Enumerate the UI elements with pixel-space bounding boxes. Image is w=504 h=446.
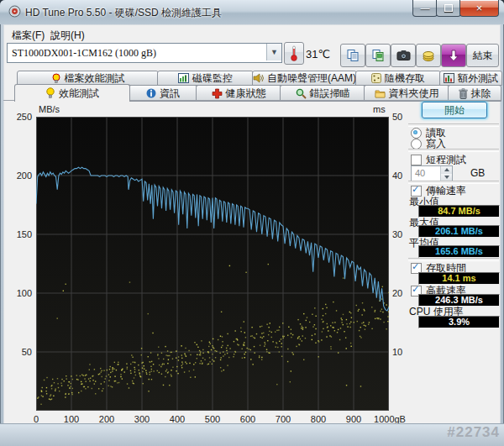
gb-unit-label: GB bbox=[470, 167, 485, 179]
monitor-chart-icon bbox=[178, 73, 189, 83]
lightbulb-icon bbox=[51, 73, 61, 84]
tab-extra-tests[interactable]: 額外測試 bbox=[439, 71, 502, 86]
tab-erase[interactable]: 抹除 bbox=[448, 85, 501, 102]
stepper-down-button[interactable] bbox=[441, 174, 452, 181]
drive-selector[interactable]: ST1000DX001-1CM162 (1000 gB) ▼ bbox=[7, 43, 282, 63]
speaker-icon bbox=[253, 73, 264, 83]
tab-label: 額外測試 bbox=[458, 71, 498, 86]
screenshot-button[interactable] bbox=[391, 44, 416, 67]
benchmark-chart: MB/s ms 25020015010050 5040302010 010020… bbox=[0, 101, 409, 430]
checkbox-unchecked-icon bbox=[411, 155, 422, 165]
tab-label: 效能測試 bbox=[59, 87, 99, 101]
extra-tests-chart-icon bbox=[444, 73, 454, 83]
maximize-icon bbox=[437, 0, 460, 16]
avg-value: 165.6 MB/s bbox=[418, 245, 500, 258]
tab-label: 錯誤掃瞄 bbox=[310, 87, 350, 101]
left-axis-unit: MB/s bbox=[39, 104, 60, 114]
stepper-up-button[interactable] bbox=[441, 166, 452, 174]
health-cross-icon bbox=[212, 88, 223, 99]
tab-aam[interactable]: 自動噪聲管理(AAM) bbox=[252, 71, 357, 86]
right-axis-unit: ms bbox=[373, 104, 390, 114]
save-button[interactable] bbox=[416, 44, 441, 67]
app-icon bbox=[8, 5, 21, 18]
tab-disk-monitor[interactable]: 磁碟監控 bbox=[157, 71, 254, 86]
tab-label: 抹除 bbox=[471, 87, 491, 101]
magnifier-icon bbox=[296, 88, 307, 99]
maximize-button[interactable] bbox=[436, 0, 461, 17]
minimize-button[interactable]: — bbox=[412, 0, 438, 17]
drive-selector-value: ST1000DX001-1CM162 (1000 gB) bbox=[12, 47, 156, 60]
cpu-usage-value: 3.9% bbox=[418, 316, 500, 328]
tab-error-scan[interactable]: 錯誤掃瞄 bbox=[280, 85, 365, 102]
folder-icon bbox=[375, 89, 386, 98]
thermometer-icon bbox=[290, 45, 298, 61]
start-button[interactable]: 開始 bbox=[422, 102, 487, 118]
tab-label: 檔案效能測試 bbox=[65, 71, 125, 86]
close-button[interactable]: × bbox=[459, 0, 499, 17]
stepper-value: 40 bbox=[415, 168, 425, 178]
tab-label: 資料夾使用 bbox=[389, 87, 439, 101]
window-bottom-frame: #22734 bbox=[0, 423, 504, 446]
menu-help[interactable]: 說明(H) bbox=[47, 28, 88, 44]
copy-text-icon bbox=[346, 49, 360, 62]
lightbulb-icon bbox=[45, 87, 55, 99]
save-icon bbox=[422, 50, 435, 62]
tab-health[interactable]: 健康狀態 bbox=[196, 85, 281, 102]
tab-label: 隨機存取 bbox=[385, 71, 425, 86]
watermark: #22734 bbox=[447, 424, 500, 441]
info-icon bbox=[146, 88, 156, 98]
window-title: HD Tune Pro 5.50 - 硬碟/SSD 檢測維護工具 bbox=[25, 6, 222, 20]
exit-button-label: 結束 bbox=[473, 49, 493, 63]
tab-folder-usage[interactable]: 資料夾使用 bbox=[364, 85, 449, 102]
close-icon: × bbox=[460, 0, 498, 16]
tab-random-access[interactable]: 隨機存取 bbox=[355, 71, 441, 86]
plot-area bbox=[36, 117, 389, 411]
separator bbox=[408, 149, 499, 152]
short-test-size-stepper[interactable]: 40 bbox=[411, 165, 453, 181]
dice-icon bbox=[371, 73, 381, 83]
update-button[interactable] bbox=[441, 44, 466, 67]
exit-button[interactable]: 結束 bbox=[466, 44, 499, 67]
copy-image-button[interactable] bbox=[365, 44, 391, 67]
tab-label: 資訊 bbox=[160, 87, 180, 101]
tab-label: 磁碟監控 bbox=[192, 71, 233, 86]
trash-icon bbox=[459, 88, 468, 99]
screenshot-camera-icon bbox=[396, 50, 411, 61]
access-time-value: 14.1 ms bbox=[418, 272, 500, 285]
tab-info[interactable]: 資訊 bbox=[129, 85, 197, 102]
tab-label: 健康狀態 bbox=[226, 87, 266, 101]
copy-text-button[interactable] bbox=[340, 44, 365, 67]
menu-file[interactable]: 檔案(F) bbox=[8, 28, 48, 44]
temperature-button[interactable] bbox=[284, 42, 304, 65]
tab-label: 自動噪聲管理(AAM) bbox=[267, 71, 356, 86]
copy-image-icon bbox=[371, 49, 385, 62]
hd-tune-window: HD Tune Pro 5.50 - 硬碟/SSD 檢測維護工具 — × 檔案(… bbox=[0, 0, 504, 446]
start-button-label: 開始 bbox=[444, 103, 465, 118]
titlebar[interactable]: HD Tune Pro 5.50 - 硬碟/SSD 檢測維護工具 — × bbox=[0, 0, 504, 24]
update-download-icon bbox=[448, 50, 459, 62]
chevron-down-icon: ▼ bbox=[266, 44, 281, 60]
temperature-value: 31℃ bbox=[306, 48, 330, 60]
tab-benchmark-active[interactable]: 效能測試 bbox=[14, 84, 130, 102]
minimize-icon: — bbox=[413, 0, 437, 16]
